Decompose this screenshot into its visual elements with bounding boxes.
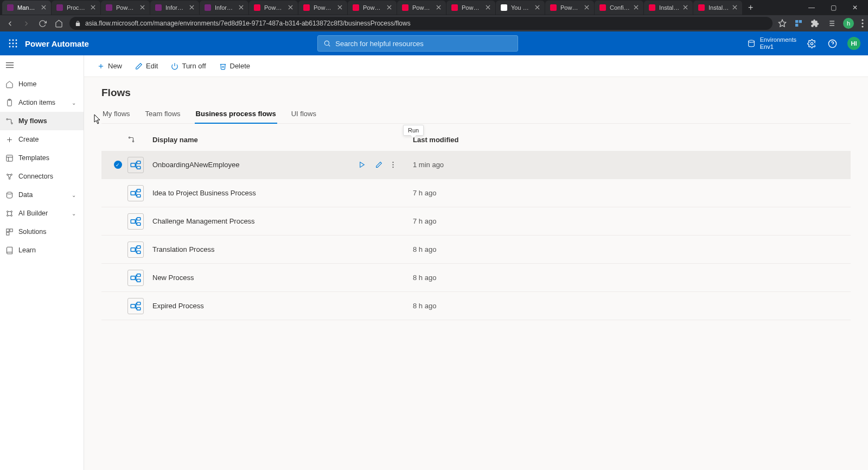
star-icon[interactable] bbox=[778, 19, 787, 28]
sidebar-item-connectors[interactable]: Connectors bbox=[0, 167, 84, 186]
browser-tab[interactable]: Power Pl bbox=[545, 1, 594, 15]
table-row[interactable]: New Process8 h ago bbox=[101, 264, 851, 292]
svg-rect-118 bbox=[137, 302, 140, 304]
tab-my-flows[interactable]: My flows bbox=[101, 106, 131, 123]
browser-tab[interactable]: Install an bbox=[693, 1, 742, 15]
extension-icon[interactable] bbox=[794, 19, 803, 28]
table-row[interactable]: ✓OnboardingANewEmployee1 min ago bbox=[101, 151, 851, 179]
kebab-icon[interactable] bbox=[861, 19, 864, 28]
sidebar-item-templates[interactable]: Templates bbox=[0, 149, 84, 167]
new-button[interactable]: New bbox=[92, 58, 127, 74]
browser-tab[interactable]: Power Pl bbox=[249, 1, 298, 15]
home-button[interactable] bbox=[53, 20, 64, 28]
settings-button[interactable] bbox=[806, 38, 817, 49]
header-display-name[interactable]: Display name bbox=[152, 136, 359, 144]
browser-tab[interactable]: You do n bbox=[496, 1, 545, 15]
browser-tab[interactable]: Informat bbox=[200, 1, 248, 15]
edit-button[interactable]: Edit bbox=[130, 58, 163, 74]
list-icon[interactable] bbox=[827, 19, 835, 28]
browser-tab[interactable]: Process bbox=[52, 1, 100, 15]
help-button[interactable] bbox=[827, 38, 838, 49]
table-body: ✓OnboardingANewEmployee1 min agoIdea to … bbox=[101, 151, 851, 320]
close-icon[interactable] bbox=[91, 5, 96, 10]
app-launcher[interactable] bbox=[4, 35, 22, 52]
home-icon bbox=[0, 80, 18, 88]
browser-tab[interactable]: Power Pl bbox=[446, 1, 495, 15]
flow-name[interactable]: New Process bbox=[152, 274, 359, 282]
table-row[interactable]: Translation Process8 h ago bbox=[101, 236, 851, 264]
edit-row-button[interactable] bbox=[375, 161, 382, 168]
browser-tab[interactable]: Install an bbox=[644, 1, 693, 15]
maximize-button[interactable]: ▢ bbox=[822, 0, 844, 15]
sidebar-item-my-flows[interactable]: My flows bbox=[0, 112, 84, 130]
sidebar-item-home[interactable]: Home bbox=[0, 75, 84, 93]
close-icon[interactable] bbox=[584, 5, 590, 10]
tab-team-flows[interactable]: Team flows bbox=[144, 106, 182, 123]
browser-tab[interactable]: Power Pl bbox=[397, 1, 446, 15]
close-icon[interactable] bbox=[239, 5, 244, 10]
minimize-button[interactable]: ― bbox=[801, 0, 822, 15]
close-icon[interactable] bbox=[189, 5, 195, 10]
flow-name[interactable]: Idea to Project Business Process bbox=[152, 189, 359, 197]
close-icon[interactable] bbox=[535, 5, 540, 10]
browser-tab[interactable]: Configur bbox=[595, 1, 643, 15]
sidebar-item-create[interactable]: Create bbox=[0, 130, 84, 149]
close-icon[interactable] bbox=[288, 5, 293, 10]
back-button[interactable] bbox=[4, 20, 15, 28]
puzzle-icon[interactable] bbox=[810, 19, 819, 28]
sidebar-item-learn[interactable]: Learn bbox=[0, 241, 84, 259]
browser-tab[interactable]: Power Pl bbox=[298, 1, 347, 15]
forward-button[interactable] bbox=[21, 20, 31, 28]
sidebar-item-label: AI Builder bbox=[18, 209, 48, 217]
new-tab-button[interactable]: + bbox=[743, 3, 758, 12]
sidebar-item-action-items[interactable]: Action items⌄ bbox=[0, 93, 84, 112]
close-icon[interactable] bbox=[387, 5, 392, 10]
flow-name[interactable]: OnboardingANewEmployee bbox=[152, 161, 359, 169]
close-icon[interactable] bbox=[436, 5, 442, 10]
url-box[interactable]: asia.flow.microsoft.com/manage/environme… bbox=[69, 17, 773, 30]
tab-ui-flows[interactable]: UI flows bbox=[290, 106, 317, 123]
browser-avatar[interactable]: h bbox=[843, 18, 854, 29]
table-row[interactable]: Challenge Management Process7 h ago bbox=[101, 207, 851, 236]
search-box[interactable]: Search for helpful resources bbox=[317, 35, 518, 52]
flow-name[interactable]: Challenge Management Process bbox=[152, 217, 359, 225]
more-button[interactable] bbox=[392, 161, 394, 168]
delete-button[interactable]: Delete bbox=[214, 58, 256, 74]
header-last-modified[interactable]: Last modified bbox=[413, 136, 844, 144]
close-icon[interactable] bbox=[732, 5, 738, 10]
close-icon[interactable] bbox=[634, 5, 639, 10]
sidebar-item-data[interactable]: Data⌄ bbox=[0, 186, 84, 204]
flow-name[interactable]: Expired Process bbox=[152, 302, 359, 310]
svg-point-75 bbox=[6, 118, 8, 120]
close-icon[interactable] bbox=[486, 5, 491, 10]
sidebar-item-solutions[interactable]: Solutions bbox=[0, 223, 84, 241]
environment-icon[interactable] bbox=[747, 39, 756, 48]
svg-rect-119 bbox=[137, 307, 140, 310]
close-icon[interactable] bbox=[41, 5, 47, 10]
browser-tab[interactable]: Informat bbox=[150, 1, 199, 15]
sidebar-item-ai-builder[interactable]: AI Builder⌄ bbox=[0, 204, 84, 223]
turnoff-button[interactable]: Turn off bbox=[165, 58, 211, 74]
reload-button[interactable] bbox=[37, 20, 48, 28]
svg-rect-6 bbox=[106, 4, 112, 11]
app-name[interactable]: Power Automate bbox=[25, 39, 89, 48]
checkmark-icon[interactable]: ✓ bbox=[114, 161, 122, 169]
user-avatar[interactable]: HI bbox=[847, 37, 860, 50]
environment-picker[interactable]: Environments Env1 bbox=[760, 36, 796, 50]
table-row[interactable]: Idea to Project Business Process7 h ago bbox=[101, 179, 851, 207]
run-button[interactable] bbox=[359, 161, 366, 168]
close-icon[interactable] bbox=[683, 5, 688, 10]
close-window-button[interactable]: ✕ bbox=[844, 0, 866, 15]
browser-tab[interactable]: Power Pl bbox=[348, 1, 397, 15]
flow-name[interactable]: Translation Process bbox=[152, 245, 359, 253]
close-icon[interactable] bbox=[140, 5, 145, 10]
browser-tab[interactable]: Manage bbox=[2, 1, 51, 15]
page-title: Flows bbox=[101, 87, 851, 99]
svg-rect-113 bbox=[137, 251, 140, 253]
table-row[interactable]: Expired Process8 h ago bbox=[101, 292, 851, 320]
hamburger-button[interactable] bbox=[0, 55, 84, 75]
sidebar-item-label: Templates bbox=[18, 154, 49, 162]
close-icon[interactable] bbox=[337, 5, 343, 10]
tab-business-process-flows[interactable]: Business process flows bbox=[195, 106, 277, 123]
browser-tab[interactable]: Power A bbox=[101, 1, 150, 15]
